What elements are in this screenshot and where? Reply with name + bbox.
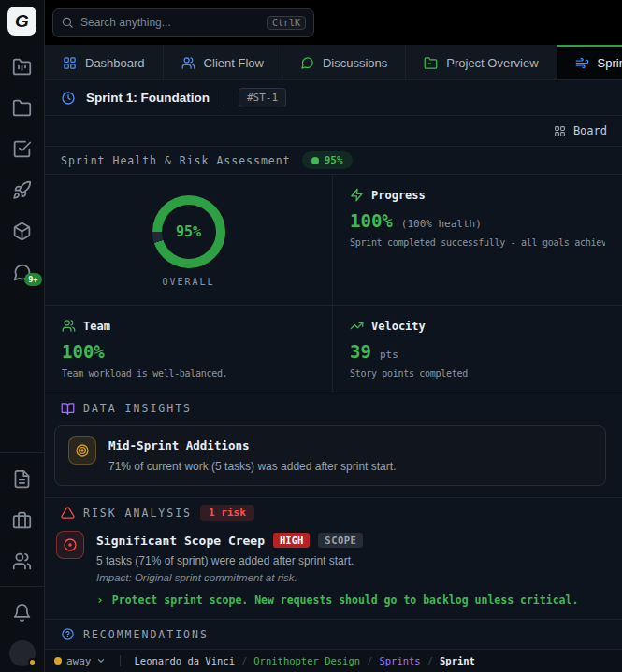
breadcrumb-project[interactable]: Ornithopter Design bbox=[253, 655, 360, 666]
recommendations-section-header: RECOMMENDATIONS bbox=[45, 619, 622, 649]
category-badge: SCOPE bbox=[318, 533, 363, 548]
overall-gauge-cell: 95% OVERALL bbox=[45, 175, 333, 306]
view-toolbar: Board bbox=[45, 116, 622, 147]
sprint-panel: Sprint 1: Foundation #ST-1 Board Sprint … bbox=[45, 80, 622, 649]
breadcrumb-user: Leonardo da Vinci bbox=[135, 655, 235, 666]
risk-icon-chip bbox=[56, 531, 84, 559]
user-avatar[interactable] bbox=[9, 640, 36, 666]
velocity-metric: Velocity 39 pts Story points completed bbox=[333, 306, 622, 393]
app-logo[interactable]: G bbox=[7, 7, 36, 36]
insights-section-header: DATA INSIGHTS bbox=[45, 393, 622, 423]
wind-icon bbox=[575, 56, 589, 70]
tab-label: Client Flow bbox=[204, 56, 264, 70]
risk-count-badge: 1 risk bbox=[200, 505, 254, 521]
team-description: Team workload is well-balanced. bbox=[62, 368, 315, 379]
book-open-icon bbox=[61, 402, 75, 416]
divider bbox=[224, 90, 224, 106]
gauge-label: OVERALL bbox=[162, 277, 214, 287]
trending-up-icon bbox=[350, 319, 364, 333]
insights-heading: DATA INSIGHTS bbox=[83, 402, 192, 415]
sidebar-item-workspace[interactable] bbox=[0, 499, 45, 540]
users-icon bbox=[62, 319, 76, 333]
board-view-button[interactable]: Board bbox=[554, 124, 607, 137]
ticket-id-badge[interactable]: #ST-1 bbox=[239, 88, 286, 107]
global-search[interactable]: CtrlK bbox=[52, 8, 314, 37]
keyboard-shortcut-badge: CtrlK bbox=[267, 16, 306, 30]
health-score-badge: 95% bbox=[302, 151, 353, 169]
search-input[interactable] bbox=[80, 16, 260, 29]
recommendations-heading: RECOMMENDATIONS bbox=[83, 628, 209, 641]
team-value: 100% bbox=[62, 341, 105, 362]
sidebar-item-messages[interactable]: 9+ bbox=[0, 251, 45, 293]
insight-title: Mid-Sprint Additions bbox=[108, 436, 396, 452]
presence-status-label: away bbox=[66, 655, 92, 667]
risk-recommendation: › Protect sprint scope. New requests sho… bbox=[96, 593, 578, 607]
sidebar-item-docs[interactable] bbox=[0, 458, 45, 499]
breadcrumb-current: Sprint bbox=[440, 655, 475, 666]
tab-project-overview[interactable]: Project Overview bbox=[406, 45, 557, 79]
risk-item[interactable]: Significant Scope Creep HIGH SCOPE 5 tas… bbox=[45, 527, 622, 619]
metric-title: Team bbox=[83, 320, 110, 333]
target-icon bbox=[75, 443, 90, 458]
sidebar-item-tasks[interactable] bbox=[0, 128, 45, 169]
health-metrics-grid: 95% OVERALL Progress 100% (100% health) … bbox=[45, 175, 622, 393]
top-bar: CtrlK bbox=[45, 0, 622, 45]
sidebar-item-files[interactable] bbox=[0, 87, 45, 128]
sprint-title: Sprint 1: Foundation bbox=[86, 91, 210, 105]
chevron-down-icon bbox=[96, 656, 106, 665]
away-status-dot bbox=[28, 658, 36, 666]
team-metric: Team 100% Team workload is well-balanced… bbox=[45, 306, 333, 393]
sidebar-item-sprints[interactable] bbox=[0, 169, 45, 210]
tab-label: Dashboard bbox=[85, 56, 145, 70]
sidebar-divider bbox=[0, 452, 45, 453]
tab-label: Project Overview bbox=[446, 56, 538, 70]
box-icon bbox=[12, 222, 32, 241]
tab-label: Sprints bbox=[598, 56, 622, 70]
rocket-icon bbox=[12, 180, 32, 200]
sidebar-item-projects[interactable] bbox=[0, 46, 45, 87]
tab-client-flow[interactable]: Client Flow bbox=[164, 45, 282, 79]
progress-metric: Progress 100% (100% health) Sprint compl… bbox=[333, 175, 622, 306]
status-bar: away Leonardo da Vinci / Ornithopter Des… bbox=[45, 649, 622, 672]
help-circle-icon bbox=[61, 627, 75, 641]
chevron-right-icon: › bbox=[96, 593, 104, 607]
tab-label: Discussions bbox=[323, 56, 387, 70]
board-button-label: Board bbox=[573, 124, 607, 137]
briefcase-icon bbox=[12, 510, 32, 530]
velocity-value: 39 bbox=[350, 341, 371, 362]
tab-dashboard[interactable]: Dashboard bbox=[45, 45, 164, 79]
risk-description: 5 tasks (71% of sprint) were added after… bbox=[96, 554, 578, 567]
sidebar-item-team[interactable] bbox=[0, 540, 45, 581]
metric-title: Velocity bbox=[371, 320, 426, 333]
risk-impact: Impact: Original sprint commitment at ri… bbox=[96, 572, 578, 583]
bell-icon bbox=[12, 603, 32, 622]
risk-title: Significant Scope Creep bbox=[96, 534, 265, 548]
sidebar-item-notifications[interactable] bbox=[0, 592, 45, 633]
insight-card[interactable]: Mid-Sprint Additions 71% of current work… bbox=[54, 425, 606, 486]
health-gauge-ring: 95% bbox=[152, 195, 225, 268]
breadcrumb: Leonardo da Vinci / Ornithopter Design /… bbox=[135, 655, 475, 666]
check-square-icon bbox=[12, 139, 32, 159]
file-text-icon bbox=[12, 469, 32, 489]
app-window: G 9+ bbox=[0, 0, 622, 672]
insight-description: 71% of current work (5 tasks) was added … bbox=[108, 460, 396, 473]
tab-sprints[interactable]: Sprints bbox=[557, 45, 622, 79]
velocity-description: Story points completed bbox=[350, 368, 605, 379]
users-icon bbox=[181, 56, 195, 70]
kanban-grid-icon bbox=[554, 125, 566, 137]
sidebar-divider bbox=[0, 586, 45, 587]
sidebar: G 9+ bbox=[0, 0, 45, 672]
sprint-header: Sprint 1: Foundation #ST-1 bbox=[45, 80, 622, 116]
severity-badge: HIGH bbox=[273, 533, 310, 548]
sidebar-item-packages[interactable] bbox=[0, 210, 45, 251]
risk-heading: RISK ANALYSIS bbox=[83, 507, 192, 520]
tab-discussions[interactable]: Discussions bbox=[282, 45, 406, 79]
health-section-header: Sprint Health & Risk Assessment 95% bbox=[45, 147, 622, 175]
metric-title: Progress bbox=[371, 189, 426, 202]
presence-status-selector[interactable]: away bbox=[54, 655, 106, 667]
progress-health-sub: (100% health) bbox=[401, 218, 482, 230]
grid-icon bbox=[63, 56, 77, 70]
breadcrumb-sprints[interactable]: Sprints bbox=[379, 655, 420, 666]
risk-section-header: RISK ANALYSIS 1 risk bbox=[45, 497, 622, 527]
green-dot-icon bbox=[311, 157, 319, 164]
